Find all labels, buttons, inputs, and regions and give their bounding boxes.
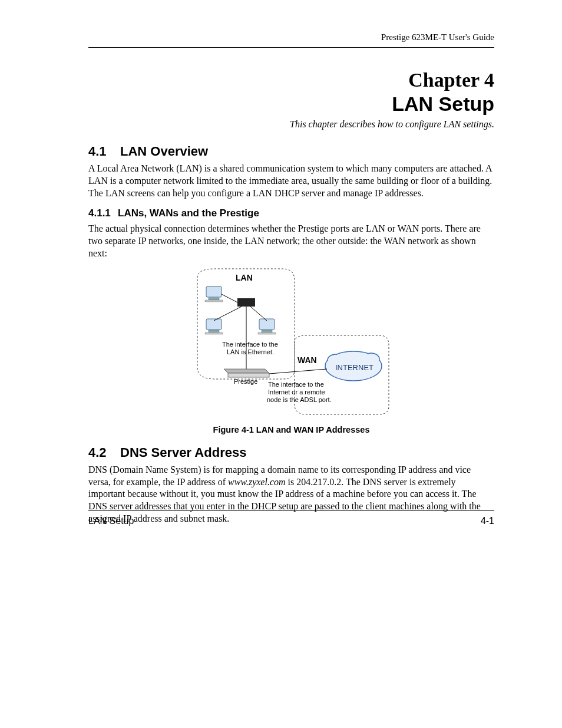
wan-note-line2: Internet or a remote <box>268 388 325 396</box>
subsection-number: 4.1.1 <box>88 207 118 219</box>
section-4-1-para: A Local Area Network (LAN) is a shared c… <box>88 163 494 199</box>
section-number: 4.2 <box>88 445 120 460</box>
header-doc-title: Prestige 623ME-T User's Guide <box>88 32 494 42</box>
subsection-title: LANs, WANs and the Prestige <box>118 207 259 219</box>
router-icon <box>224 369 269 377</box>
lan-wan-diagram-icon: LAN WAN INTERNET <box>191 266 392 419</box>
internet-label: INTERNET <box>335 363 373 372</box>
page-footer: LAN Setup 4-1 <box>88 510 494 526</box>
prestige-label: Prestige <box>234 378 257 385</box>
computer-icon <box>258 319 276 334</box>
domain-italic: www.zyxel.com <box>228 477 285 487</box>
chapter-description: This chapter describes how to configure … <box>88 119 494 130</box>
svg-rect-9 <box>205 332 223 334</box>
lan-note-line2: LAN is Ethernet. <box>227 348 274 355</box>
footer-rule <box>88 510 494 511</box>
figure-4-1: LAN WAN INTERNET <box>88 266 494 434</box>
svg-rect-17 <box>228 373 269 377</box>
svg-rect-11 <box>262 330 272 332</box>
wan-note-line3: node is the ADSL port. <box>267 396 332 403</box>
chapter-heading: Chapter 4 LAN Setup <box>88 69 494 116</box>
section-number: 4.1 <box>88 144 120 159</box>
computer-icon <box>205 319 223 334</box>
svg-line-15 <box>250 307 267 321</box>
lan-note-line1: The interface to the <box>222 341 278 348</box>
chapter-title: LAN Setup <box>88 93 494 116</box>
lan-label: LAN <box>236 273 253 282</box>
figure-caption: Figure 4-1 LAN and WAN IP Addresses <box>88 425 494 434</box>
svg-rect-6 <box>205 300 223 302</box>
section-title: LAN Overview <box>120 144 208 159</box>
section-4-1-1-heading: 4.1.1LANs, WANs and the Prestige <box>88 207 494 219</box>
header-rule <box>88 47 494 48</box>
wan-note-line1: The interface to the <box>268 381 324 388</box>
section-4-2-heading: 4.2DNS Server Address <box>88 445 494 460</box>
computer-icon <box>205 286 223 302</box>
svg-rect-12 <box>258 332 276 334</box>
svg-rect-4 <box>206 286 222 297</box>
section-title: DNS Server Address <box>120 445 246 460</box>
wan-label: WAN <box>297 355 317 365</box>
svg-rect-8 <box>209 330 219 332</box>
chapter-number: Chapter 4 <box>88 69 494 91</box>
section-4-1-1-para: The actual physical connection determine… <box>88 223 494 259</box>
footer-section-name: LAN Setup <box>88 516 134 526</box>
svg-rect-5 <box>209 298 219 300</box>
footer-page-number: 4-1 <box>481 516 494 526</box>
svg-line-14 <box>214 307 242 321</box>
svg-line-18 <box>269 369 327 374</box>
svg-line-13 <box>222 294 237 302</box>
section-4-1-heading: 4.1LAN Overview <box>88 144 494 159</box>
page-content: Prestige 623ME-T User's Guide Chapter 4 … <box>0 0 562 561</box>
switch-icon <box>237 298 255 307</box>
